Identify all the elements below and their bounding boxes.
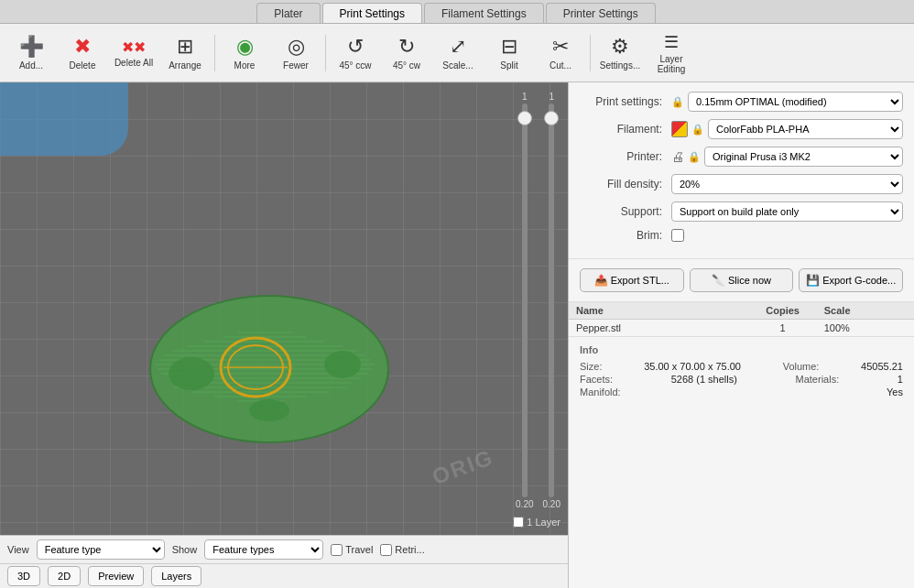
main-layout: ORIG 1 0.20 1 (0, 82, 914, 588)
scale-button[interactable]: ⤢ Scale... (434, 29, 482, 77)
viewport-panel: ORIG 1 0.20 1 (0, 82, 568, 588)
layer-slider-thumb-2[interactable] (544, 111, 559, 125)
info-manifold-row: Manifold: Yes (580, 387, 903, 397)
object-scale: 100% (824, 322, 907, 333)
info-section: Info Size: 35.00 x 70.00 x 75.00 Volume:… (569, 337, 914, 588)
show-select[interactable]: Feature types (204, 539, 323, 560)
settings-icon: ⚙ (611, 35, 629, 59)
add-button[interactable]: ➕ Add... (7, 29, 55, 77)
print-settings-row: Print settings: 🔒 0.15mm OPTIMAL (modifi… (580, 92, 903, 112)
delete-label: Delete (70, 60, 96, 71)
split-button[interactable]: ⊟ Split (485, 29, 533, 77)
cut-icon: ✂ (552, 35, 569, 59)
travel-checkbox[interactable] (331, 544, 343, 556)
viewport-canvas[interactable]: ORIG 1 0.20 1 (0, 82, 568, 535)
print-settings-select[interactable]: 0.15mm OPTIMAL (modified) (688, 92, 903, 112)
slice-now-button[interactable]: 🔪 Slice now (690, 268, 794, 292)
filament-color-swatch (671, 121, 688, 137)
settings-section: Print settings: 🔒 0.15mm OPTIMAL (modifi… (569, 82, 914, 259)
retraction-label: Retri... (395, 544, 424, 555)
info-materials-value: 1 (898, 374, 903, 385)
view-layers-button[interactable]: Layers (151, 566, 201, 586)
svg-point-22 (324, 351, 361, 378)
view-select[interactable]: Feature type Height (gradient) Height (r… (37, 539, 165, 560)
filament-control: 🔒 ColorFabb PLA-PHA (671, 119, 903, 139)
cut-label: Cut... (549, 60, 571, 71)
printer-control: 🖨 🔒 Original Prusa i3 MK2 (671, 147, 903, 167)
scale-label: Scale... (442, 60, 473, 71)
more-label: More (234, 60, 256, 71)
col-header-scale: Scale (824, 305, 907, 316)
tab-printer-settings[interactable]: Printer Settings (546, 3, 656, 23)
export-gcode-icon: 💾 (806, 274, 820, 287)
travel-check-label: Travel (331, 544, 373, 556)
slider-bottom-value-2: 0.20 (543, 499, 560, 509)
right-panel: Print settings: 🔒 0.15mm OPTIMAL (modifi… (568, 82, 914, 588)
fill-density-select[interactable]: 20% (671, 174, 903, 194)
slider-top-value-2: 1 (549, 92, 554, 102)
table-row[interactable]: Pepper.stl 1 100% (569, 320, 914, 336)
split-label: Split (500, 60, 517, 71)
rotate-ccw-button[interactable]: ↺ 45° ccw (332, 29, 379, 77)
tab-plater[interactable]: Plater (256, 3, 320, 23)
more-button[interactable]: ◉ More (221, 29, 268, 77)
filament-select[interactable]: ColorFabb PLA-PHA (708, 119, 903, 139)
layer-checkbox-container: 1 Layer (513, 517, 560, 528)
tab-filament-settings[interactable]: Filament Settings (424, 3, 544, 23)
svg-point-23 (249, 399, 289, 421)
layer-editing-button[interactable]: ☰ Layer Editing (647, 29, 695, 77)
cut-button[interactable]: ✂ Cut... (537, 29, 584, 77)
more-icon: ◉ (236, 35, 254, 59)
brim-row: Brim: (580, 229, 903, 242)
settings-button[interactable]: ⚙ Settings... (596, 29, 644, 77)
view-3d-button[interactable]: 3D (7, 566, 40, 586)
delete-button[interactable]: ✖ Delete (59, 29, 106, 77)
info-volume-label: Volume: (783, 361, 820, 372)
settings-lock-icon: 🔒 (671, 96, 684, 108)
delete-all-button[interactable]: ✖✖ Delete All (110, 29, 158, 77)
fewer-button[interactable]: ◎ Fewer (272, 29, 320, 77)
settings-label: Settings... (600, 60, 640, 71)
tab-print-settings[interactable]: Print Settings (322, 3, 422, 23)
delete-all-label: Delete All (114, 58, 153, 68)
info-volume-value: 45055.21 (861, 361, 903, 372)
retraction-checkbox[interactable] (380, 544, 392, 556)
print-settings-control: 🔒 0.15mm OPTIMAL (modified) (671, 92, 903, 112)
grid-background: ORIG 1 0.20 1 (0, 82, 568, 535)
brim-control (671, 229, 903, 242)
bottom-controls: View Feature type Height (gradient) Heig… (0, 535, 568, 588)
info-size-label: Size: (580, 361, 602, 372)
layer-editing-label: Layer Editing (647, 54, 695, 74)
printer-row: Printer: 🖨 🔒 Original Prusa i3 MK2 (580, 147, 903, 167)
rotate-cw-button[interactable]: ↻ 45° cw (383, 29, 430, 77)
arrange-button[interactable]: ⊞ Arrange (161, 29, 209, 77)
show-label: Show (172, 544, 198, 555)
export-stl-button[interactable]: 📤 Export STL... (580, 268, 684, 292)
support-label: Support: (580, 205, 671, 218)
action-buttons: 📤 Export STL... 🔪 Slice now 💾 Export G-c… (569, 259, 914, 302)
arrange-icon: ⊞ (177, 35, 193, 59)
separator-2 (325, 35, 326, 71)
filament-label: Filament: (580, 123, 671, 136)
printer-select[interactable]: Original Prusa i3 MK2 (704, 147, 903, 167)
support-select[interactable]: Support on build plate only (671, 201, 903, 222)
blue-area (0, 82, 128, 156)
pepper-3d-object (123, 232, 416, 452)
layer-checkbox[interactable] (513, 517, 524, 528)
retraction-check-label: Retri... (380, 544, 424, 556)
info-materials-label: Materials: (796, 374, 840, 385)
layer-slider-thumb[interactable] (517, 111, 532, 125)
scale-icon: ⤢ (450, 35, 466, 59)
export-gcode-button[interactable]: 💾 Export G-code... (799, 268, 903, 292)
info-manifold-value: Yes (887, 387, 903, 397)
watermark: ORIG (429, 444, 497, 490)
fill-density-row: Fill density: 20% (580, 174, 903, 194)
bottom-row-1: View Feature type Height (gradient) Heig… (0, 536, 568, 563)
rotate-cw-icon: ↻ (398, 35, 415, 59)
view-preview-button[interactable]: Preview (88, 566, 144, 586)
support-row: Support: Support on build plate only (580, 201, 903, 222)
view-2d-button[interactable]: 2D (48, 566, 81, 586)
brim-checkbox[interactable] (671, 229, 684, 242)
slider-top-value-1: 1 (522, 92, 528, 102)
col-header-name: Name (576, 305, 742, 316)
